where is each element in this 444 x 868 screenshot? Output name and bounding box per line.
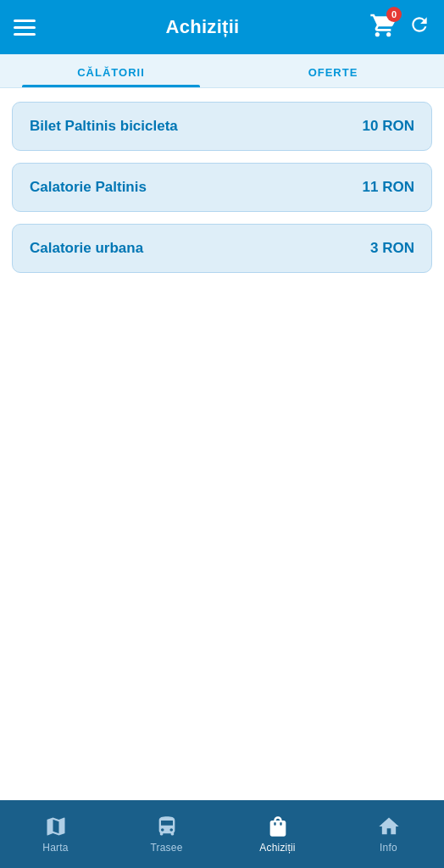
nav-item-achizitii[interactable]: Achiziții [222, 800, 333, 868]
app-header: Achiziții 0 [0, 0, 444, 54]
menu-button[interactable] [14, 19, 36, 36]
item-name: Bilet Paltinis bicicleta [30, 118, 178, 135]
header-actions: 0 [369, 12, 430, 42]
nav-item-harta[interactable]: Harta [0, 800, 111, 868]
item-price: 3 RON [370, 240, 414, 257]
list-item[interactable]: Bilet Paltinis bicicleta 10 RON [12, 102, 432, 151]
bottom-navigation: Harta Trasee Achiziții Info [0, 800, 444, 868]
cart-badge: 0 [386, 7, 402, 22]
nav-label-info: Info [380, 842, 397, 854]
tab-bar: CĂLĂTORII OFERTE [0, 54, 444, 88]
refresh-button[interactable] [408, 14, 430, 41]
tab-calatorii[interactable]: CĂLĂTORII [0, 54, 222, 87]
list-item[interactable]: Calatorie urbana 3 RON [12, 224, 432, 273]
refresh-icon [408, 14, 430, 36]
item-price: 11 RON [363, 179, 414, 196]
item-name: Calatorie urbana [30, 240, 143, 257]
nav-item-trasee[interactable]: Trasee [111, 800, 222, 868]
cart-button[interactable]: 0 [369, 12, 397, 42]
nav-label-trasee: Trasee [150, 842, 182, 854]
nav-item-info[interactable]: Info [333, 800, 444, 868]
nav-label-achizitii: Achiziții [259, 842, 295, 854]
map-icon [44, 815, 68, 838]
item-price: 10 RON [363, 118, 414, 135]
nav-label-harta: Harta [42, 842, 68, 854]
bus-icon [155, 815, 179, 838]
tab-oferte[interactable]: OFERTE [222, 54, 444, 87]
item-name: Calatorie Paltinis [30, 179, 147, 196]
list-item[interactable]: Calatorie Paltinis 11 RON [12, 163, 432, 212]
home-icon [377, 815, 401, 838]
shopping-bag-icon [266, 815, 290, 838]
content-area: Bilet Paltinis bicicleta 10 RON Calatori… [0, 88, 444, 800]
page-title: Achiziții [165, 16, 239, 38]
